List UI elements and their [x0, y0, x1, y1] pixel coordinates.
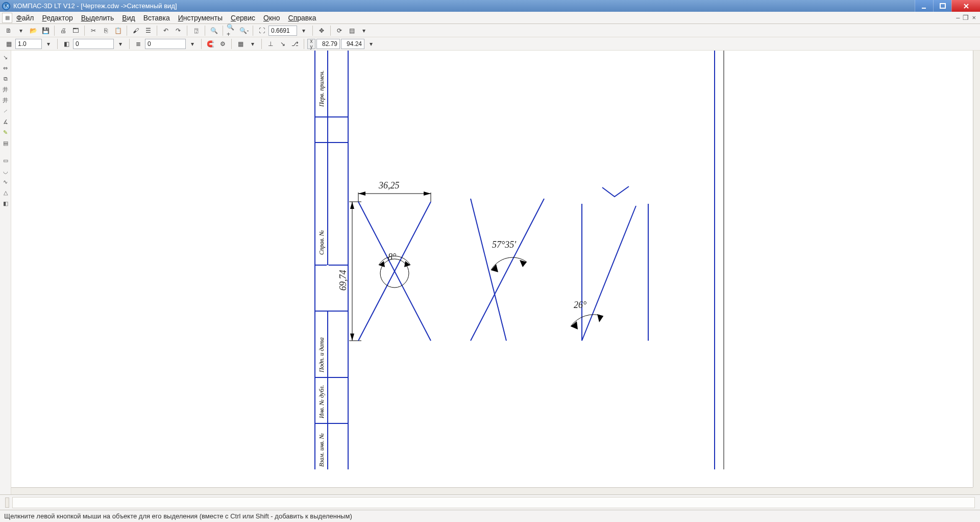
mdi-close-icon[interactable]: ×	[972, 14, 976, 21]
zoom-window-icon[interactable]: 🔍	[208, 25, 219, 36]
save-button[interactable]: 💾	[40, 25, 51, 36]
text-tool-icon[interactable]: 井	[1, 85, 10, 94]
select-tool-icon[interactable]: ✎	[1, 128, 10, 137]
edit-tool-icon[interactable]: 井	[1, 96, 10, 105]
format-painter-icon[interactable]: 🖌	[130, 25, 141, 36]
mdi-restore-icon[interactable]: ❐	[963, 14, 969, 21]
zoom-input[interactable]	[268, 26, 297, 36]
drawing-content: Перв. примен. Справ. № Подп. и дата Инв.…	[11, 51, 971, 490]
dropdown-icon[interactable]: ▾	[15, 25, 27, 36]
vertical-scrollbar[interactable]	[973, 51, 980, 487]
svg-rect-1	[940, 4, 945, 8]
grid-step-icon[interactable]: ▦	[3, 38, 14, 50]
dropdown-icon[interactable]: ▾	[247, 38, 258, 50]
document-icon[interactable]: ▦	[2, 13, 12, 23]
property-bar	[0, 494, 980, 510]
menu-file[interactable]: Файл	[12, 12, 38, 23]
print-button[interactable]: 🖨	[58, 25, 69, 36]
new-button[interactable]: 🗎	[3, 25, 14, 36]
redraw-icon[interactable]: ⟳	[334, 25, 345, 36]
drawing-canvas[interactable]: Перв. примен. Справ. № Подп. и дата Инв.…	[11, 51, 973, 487]
scroll-corner	[973, 487, 980, 494]
dropdown-icon[interactable]: ▾	[187, 38, 198, 50]
cursor-coordinates: xy	[307, 39, 364, 49]
mdi-minimize-icon[interactable]: –	[956, 14, 960, 21]
layers-icon[interactable]: ≣	[133, 38, 144, 50]
lcs-icon[interactable]: ⎇	[289, 38, 301, 50]
help-context-icon[interactable]: ⍰	[190, 25, 202, 36]
menu-insert[interactable]: Вставка	[139, 12, 174, 23]
stamp-label: Подп. и дата	[318, 338, 325, 373]
close-button[interactable]	[951, 0, 980, 12]
horizontal-scrollbar[interactable]	[11, 487, 973, 494]
spline-tool-icon[interactable]: ∿	[1, 177, 10, 186]
menu-view[interactable]: Вид	[118, 12, 139, 23]
svg-point-26	[380, 259, 409, 288]
line-tool-icon[interactable]: ▭	[1, 156, 10, 165]
view-tree-icon[interactable]: ▤	[346, 25, 357, 36]
zoom-dropdown-icon[interactable]: ▾	[298, 25, 309, 36]
svg-marker-20	[350, 202, 354, 209]
stamp-label: Справ. №	[318, 230, 325, 255]
zoom-fit-icon[interactable]: ⛶	[256, 25, 267, 36]
titlebar: К КОМПАС-3D LT V12 - [Чертеж.cdw ->Систе…	[0, 0, 980, 12]
layer-input-1[interactable]	[73, 39, 114, 49]
figure-3: 26°	[571, 186, 648, 341]
zoom-out-button[interactable]: 🔍-	[238, 25, 250, 36]
svg-marker-37	[597, 314, 603, 322]
copy-button[interactable]: ⎘	[100, 25, 111, 36]
menu-tools[interactable]: Инструменты	[174, 12, 227, 23]
symbols-tool-icon[interactable]: ⧉	[1, 74, 10, 83]
dropdown-icon[interactable]: ▾	[115, 38, 126, 50]
coord-y-input[interactable]	[341, 39, 364, 49]
zoom-in-button[interactable]: 🔍+	[226, 25, 237, 36]
property-panel[interactable]	[12, 497, 975, 508]
dimensions-tool-icon[interactable]: ⇔	[1, 63, 10, 73]
coord-x-input[interactable]	[316, 39, 340, 49]
pan-icon[interactable]: ✥	[316, 25, 327, 36]
stamp-label: Инв. № дубл.	[318, 385, 325, 419]
paste-button[interactable]: 📋	[112, 25, 124, 36]
snap-toggle-icon[interactable]: 🧲	[205, 38, 216, 50]
menu-help[interactable]: Справка	[284, 12, 321, 23]
dropdown-icon[interactable]: ▾	[43, 38, 54, 50]
grid-icon[interactable]: ▦	[235, 38, 246, 50]
redo-button[interactable]: ↷	[173, 25, 184, 36]
app-icon: К	[2, 2, 10, 10]
dim-h-value: 36,25	[378, 180, 400, 191]
open-button[interactable]: 📂	[28, 25, 39, 36]
properties-button[interactable]: ☰	[142, 25, 154, 36]
menubar: ▦ Файл Редактор Выделить Вид Вставка Инс…	[0, 12, 980, 24]
hatch-tool-icon[interactable]: ◧	[1, 199, 10, 208]
xy-label-icon: xy	[307, 39, 315, 49]
cut-button[interactable]: ✂	[88, 25, 99, 36]
round-icon[interactable]: ↘	[277, 38, 288, 50]
property-panel-handle[interactable]	[5, 497, 9, 508]
arc-tool-icon[interactable]: ◡	[1, 167, 10, 176]
svg-line-30	[471, 199, 544, 341]
snap-settings-icon[interactable]: ⚙	[217, 38, 228, 50]
undo-button[interactable]: ↶	[160, 25, 172, 36]
menu-window[interactable]: Окно	[259, 12, 284, 23]
dropdown-icon[interactable]: ▾	[358, 25, 370, 36]
point-tool-icon[interactable]: △	[1, 188, 10, 197]
dropdown-icon[interactable]: ▾	[365, 38, 377, 50]
params-tool-icon[interactable]: ⟋	[1, 106, 10, 115]
menu-select[interactable]: Выделить	[77, 12, 118, 23]
svg-marker-15	[358, 192, 365, 196]
measure-tool-icon[interactable]: ∡	[1, 117, 10, 126]
stamp-label: Взам. инв. №	[318, 433, 325, 467]
minimize-button[interactable]	[915, 0, 933, 12]
view-icon[interactable]: ◧	[61, 38, 72, 50]
stamp-column: Перв. примен. Справ. № Подп. и дата Инв.…	[315, 51, 348, 469]
spec-tool-icon[interactable]: ▤	[1, 138, 10, 148]
menu-edit[interactable]: Редактор	[38, 12, 77, 23]
preview-button[interactable]: 🗔	[70, 25, 81, 36]
svg-marker-21	[350, 334, 354, 341]
ortho-icon[interactable]: ⊥	[265, 38, 276, 50]
menu-service[interactable]: Сервис	[227, 12, 259, 23]
layer-input-2[interactable]	[145, 39, 186, 49]
geometry-tool-icon[interactable]: ↘	[1, 53, 10, 62]
maximize-button[interactable]	[933, 0, 951, 12]
style-input[interactable]	[15, 39, 42, 49]
